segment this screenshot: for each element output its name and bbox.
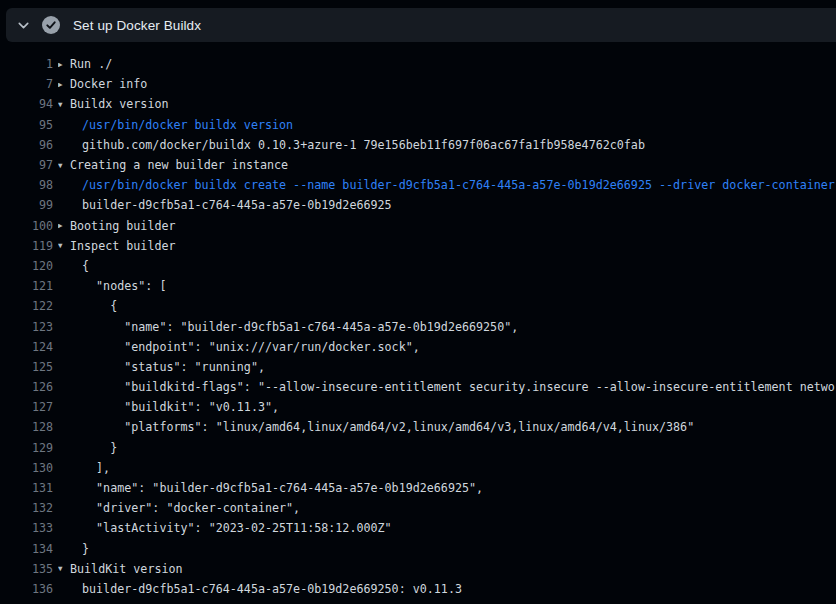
log-line-content: ▼Buildx version: [58, 97, 836, 111]
output-text: {: [82, 299, 117, 313]
log-line: 134 }: [0, 539, 836, 559]
output-text: "driver": "docker-container",: [82, 501, 300, 515]
log-line-content: ],: [58, 461, 836, 475]
log-line-content: "name": "builder-d9cfb5a1-c764-445a-a57e…: [58, 481, 836, 495]
log-group-toggle[interactable]: 119 ▼Inspect builder: [0, 236, 836, 256]
log-group-toggle[interactable]: 94 ▼Buildx version: [0, 94, 836, 114]
log-line-content: "nodes": [: [58, 279, 836, 293]
group-title: Creating a new builder instance: [70, 158, 288, 172]
output-text: "nodes": [: [82, 279, 166, 293]
log-group-toggle[interactable]: 97 ▼Creating a new builder instance: [0, 155, 836, 175]
line-number[interactable]: 134: [0, 542, 53, 556]
line-number[interactable]: 125: [0, 360, 53, 374]
line-number[interactable]: 95: [0, 118, 53, 132]
log-line: 136 builder-d9cfb5a1-c764-445a-a57e-0b19…: [0, 579, 836, 599]
log-line: 129 }: [0, 438, 836, 458]
log-line-content: "platforms": "linux/amd64,linux/amd64/v2…: [58, 420, 836, 434]
log-line-content: ▶Booting builder: [58, 219, 836, 233]
output-text: "lastActivity": "2023-02-25T11:58:12.000…: [82, 521, 392, 535]
line-number[interactable]: 100: [0, 219, 53, 233]
log-line-content: "status": "running",: [58, 360, 836, 374]
log-line-content: }: [58, 542, 836, 556]
log-line-content: "buildkit": "v0.11.3",: [58, 400, 836, 414]
group-title: Inspect builder: [70, 239, 176, 253]
expand-arrow-icon[interactable]: ▶: [58, 221, 70, 230]
line-number[interactable]: 133: [0, 521, 53, 535]
output-text: {: [82, 259, 89, 273]
log-line-content: github.com/docker/buildx 0.10.3+azure-1 …: [58, 138, 836, 152]
line-number[interactable]: 136: [0, 582, 53, 596]
line-number[interactable]: 94: [0, 97, 53, 111]
log-line: 121 "nodes": [: [0, 276, 836, 296]
log-line-content: }: [58, 441, 836, 455]
line-number[interactable]: 7: [0, 77, 53, 91]
line-number[interactable]: 97: [0, 158, 53, 172]
log-group-toggle[interactable]: 100 ▶Booting builder: [0, 216, 836, 236]
expand-arrow-icon[interactable]: ▶: [58, 80, 70, 89]
log-line-content: ▼Creating a new builder instance: [58, 158, 836, 172]
log-line-content: "driver": "docker-container",: [58, 501, 836, 515]
line-number[interactable]: 127: [0, 400, 53, 414]
log-line: 131 "name": "builder-d9cfb5a1-c764-445a-…: [0, 478, 836, 498]
line-number[interactable]: 122: [0, 299, 53, 313]
line-number[interactable]: 98: [0, 178, 53, 192]
log-line-content: {: [58, 299, 836, 313]
log-line-content: /usr/bin/docker buildx create --name bui…: [58, 178, 836, 192]
log-line: 96 github.com/docker/buildx 0.10.3+azure…: [0, 135, 836, 155]
step-header[interactable]: Set up Docker Buildx: [6, 8, 836, 42]
log-line: 125 "status": "running",: [0, 357, 836, 377]
log-line-content: "lastActivity": "2023-02-25T11:58:12.000…: [58, 521, 836, 535]
line-number[interactable]: 129: [0, 441, 53, 455]
line-number[interactable]: 135: [0, 562, 53, 576]
line-number[interactable]: 123: [0, 320, 53, 334]
line-number[interactable]: 128: [0, 420, 53, 434]
output-text: "status": "running",: [82, 360, 265, 374]
log-line-content: ▶Docker info: [58, 77, 836, 91]
line-number[interactable]: 132: [0, 501, 53, 515]
collapse-arrow-icon[interactable]: ▼: [58, 161, 70, 170]
log-line: 127 "buildkit": "v0.11.3",: [0, 397, 836, 417]
line-number[interactable]: 124: [0, 340, 53, 354]
output-text: "platforms": "linux/amd64,linux/amd64/v2…: [82, 420, 694, 434]
group-title: Buildx version: [70, 97, 169, 111]
log-line: 133 "lastActivity": "2023-02-25T11:58:12…: [0, 518, 836, 538]
line-number[interactable]: 1: [0, 57, 53, 71]
output-text: "endpoint": "unix:///var/run/docker.sock…: [82, 340, 420, 354]
command-text: /usr/bin/docker buildx create --name bui…: [82, 178, 835, 192]
line-number[interactable]: 121: [0, 279, 53, 293]
expand-arrow-icon[interactable]: ▶: [58, 60, 70, 69]
log-line: 123 "name": "builder-d9cfb5a1-c764-445a-…: [0, 316, 836, 336]
log-line-content: ▼Inspect builder: [58, 239, 836, 253]
log-line-content: "name": "builder-d9cfb5a1-c764-445a-a57e…: [58, 320, 836, 334]
output-text: }: [82, 542, 89, 556]
line-number[interactable]: 120: [0, 259, 53, 273]
output-text: ],: [82, 461, 110, 475]
output-text: builder-d9cfb5a1-c764-445a-a57e-0b19d2e6…: [82, 582, 462, 596]
line-number[interactable]: 131: [0, 481, 53, 495]
log-line: 124 "endpoint": "unix:///var/run/docker.…: [0, 337, 836, 357]
chevron-down-icon[interactable]: [16, 18, 31, 33]
check-circle-icon: [31, 16, 60, 34]
line-number[interactable]: 96: [0, 138, 53, 152]
output-text: "name": "builder-d9cfb5a1-c764-445a-a57e…: [82, 320, 518, 334]
log-line: 126 "buildkitd-flags": "--allow-insecure…: [0, 377, 836, 397]
group-title: Run ./: [70, 57, 112, 71]
log-line-content: /usr/bin/docker buildx version: [58, 118, 836, 132]
line-number[interactable]: 126: [0, 380, 53, 394]
log-line: 128 "platforms": "linux/amd64,linux/amd6…: [0, 417, 836, 437]
collapse-arrow-icon[interactable]: ▼: [58, 100, 70, 109]
log-group-toggle[interactable]: 7 ▶Docker info: [0, 74, 836, 94]
line-number[interactable]: 130: [0, 461, 53, 475]
log-group-toggle[interactable]: 1 ▶Run ./: [0, 54, 836, 74]
command-text: /usr/bin/docker buildx version: [82, 118, 293, 132]
log-line-content: "buildkitd-flags": "--allow-insecure-ent…: [58, 380, 836, 394]
collapse-arrow-icon[interactable]: ▼: [58, 241, 70, 250]
output-text: }: [82, 441, 117, 455]
line-number[interactable]: 99: [0, 198, 53, 212]
collapse-arrow-icon[interactable]: ▼: [58, 564, 70, 573]
log-line-content: ▼BuildKit version: [58, 562, 836, 576]
log-line: 120 {: [0, 256, 836, 276]
line-number[interactable]: 119: [0, 239, 53, 253]
group-title: Booting builder: [70, 219, 176, 233]
log-group-toggle[interactable]: 135 ▼BuildKit version: [0, 559, 836, 579]
